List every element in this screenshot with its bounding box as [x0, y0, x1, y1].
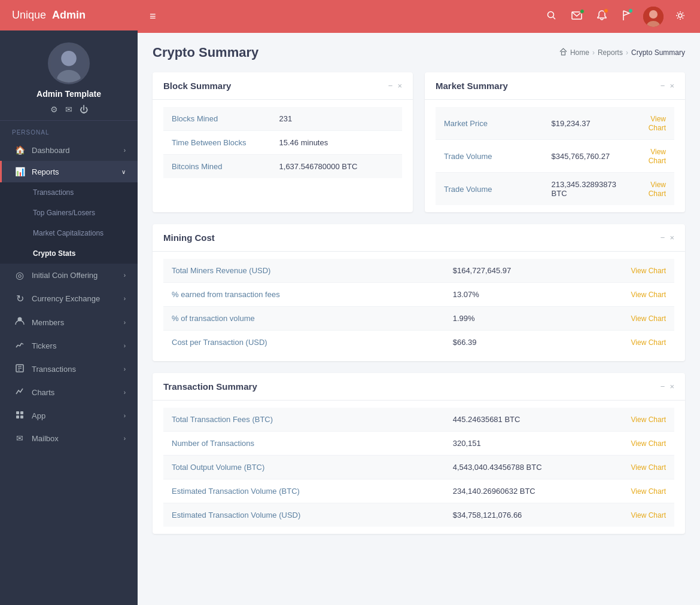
- sub-label-market-cap: Market Capitalizations: [33, 229, 126, 237]
- table-row: Time Between Blocks 15.46 minutes: [163, 131, 402, 155]
- mail-icon[interactable]: ✉: [65, 105, 72, 114]
- hamburger-button[interactable]: ≡: [150, 10, 156, 23]
- transaction-summary-close[interactable]: ×: [669, 383, 674, 390]
- mining-cost-body: Total Miners Revenue (USD) $164,727,645.…: [153, 252, 685, 361]
- bs-value-1: 15.46 minutes: [271, 131, 402, 155]
- user-action-icons: ⚙ ✉ ⏻: [50, 105, 88, 114]
- sidebar-item-reports[interactable]: 📊 Reports ∨: [0, 161, 138, 182]
- sidebar-label-dashboard: Dashboard: [32, 146, 124, 155]
- ts-value-1: 320,151: [445, 432, 599, 456]
- sidebar-item-top-gainers[interactable]: Top Gainers/Losers: [0, 203, 138, 223]
- reports-submenu: Transactions Top Gainers/Losers Market C…: [0, 182, 138, 264]
- svg-rect-15: [20, 415, 23, 418]
- sidebar-item-transactions[interactable]: Transactions ›: [0, 358, 138, 381]
- transaction-summary-minimize[interactable]: −: [661, 383, 665, 390]
- market-summary-header: Market Summary − ×: [425, 72, 685, 100]
- ts-label-3: Estimated Transaction Volume (BTC): [163, 479, 445, 503]
- breadcrumb-reports[interactable]: Reports: [598, 48, 623, 57]
- topbar-avatar[interactable]: [643, 7, 664, 27]
- sub-label-top-gainers: Top Gainers/Losers: [33, 209, 126, 217]
- svg-point-23: [678, 14, 682, 17]
- mc-link-2: View Chart: [580, 307, 674, 331]
- bell-badge: [604, 8, 608, 13]
- ms-label-0: Market Price: [436, 107, 543, 140]
- view-chart-link[interactable]: View Chart: [631, 314, 666, 323]
- sidebar-item-dashboard[interactable]: 🏠 Dashboard ›: [0, 139, 138, 161]
- mining-cost-table: Total Miners Revenue (USD) $164,727,645.…: [163, 259, 674, 354]
- table-row: Total Transaction Fees (BTC) 445.2463568…: [163, 408, 674, 432]
- sidebar-item-tickers[interactable]: Tickers ›: [0, 334, 138, 358]
- mc-label-1: % earned from transaction fees: [163, 283, 445, 307]
- bs-value-0: 231: [271, 107, 402, 131]
- breadcrumb-sep1: ›: [592, 48, 595, 57]
- mail-icon[interactable]: [571, 11, 582, 22]
- view-chart-link[interactable]: View Chart: [631, 267, 666, 275]
- svg-rect-24: [561, 52, 565, 56]
- table-row: Cost per Transaction (USD) $66.39 View C…: [163, 331, 674, 355]
- sidebar-label-members: Members: [32, 318, 124, 327]
- ms-value-2: 213,345.32893873 BTC: [543, 173, 632, 206]
- flag-badge: [628, 8, 633, 13]
- settings-icon[interactable]: ⚙: [50, 105, 58, 114]
- mailbox-icon: ✉: [14, 433, 26, 443]
- sidebar-item-market-cap[interactable]: Market Capitalizations: [0, 223, 138, 243]
- view-chart-link[interactable]: View Chart: [649, 181, 666, 198]
- block-summary-close[interactable]: ×: [397, 82, 402, 90]
- sidebar-label-transactions: Transactions: [32, 365, 124, 374]
- flag-icon[interactable]: [622, 10, 631, 23]
- username: Admin Template: [36, 89, 101, 99]
- sidebar-user: Admin Template ⚙ ✉ ⏻: [0, 30, 138, 121]
- mc-value-1: 13.07%: [445, 283, 581, 307]
- topbar: ≡: [138, 0, 700, 33]
- market-summary-minimize[interactable]: −: [661, 82, 665, 90]
- transactions-icon: [14, 363, 26, 375]
- transaction-summary-title: Transaction Summary: [163, 381, 257, 392]
- sidebar-label-mailbox: Mailbox: [32, 434, 124, 443]
- sidebar-item-transactions-sub[interactable]: Transactions: [0, 182, 138, 203]
- view-chart-link[interactable]: View Chart: [631, 291, 666, 299]
- brand-admin: Admin: [52, 9, 86, 22]
- sidebar-label-charts: Charts: [32, 388, 124, 397]
- charts-icon: [14, 387, 26, 398]
- breadcrumb-home[interactable]: Home: [570, 48, 589, 57]
- sidebar-item-app[interactable]: App ›: [0, 404, 138, 427]
- ts-link-0: View Chart: [599, 408, 674, 432]
- block-summary-minimize[interactable]: −: [388, 82, 393, 90]
- sidebar-item-ico[interactable]: ◎ Initial Coin Offering ›: [0, 264, 138, 287]
- view-chart-link[interactable]: View Chart: [631, 415, 666, 424]
- ts-link-4: View Chart: [599, 503, 674, 527]
- ms-label-2: Trade Volume: [436, 173, 543, 206]
- mining-cost-header: Mining Cost − ×: [153, 224, 685, 252]
- view-chart-link[interactable]: View Chart: [631, 439, 666, 448]
- view-chart-link[interactable]: View Chart: [631, 511, 666, 520]
- gear-icon[interactable]: [675, 11, 685, 23]
- market-summary-card: Market Summary − × Market Price $19,234.…: [425, 72, 685, 212]
- mining-cost-close[interactable]: ×: [669, 234, 674, 242]
- sidebar-item-mailbox[interactable]: ✉ Mailbox ›: [0, 427, 138, 449]
- table-row: Total Miners Revenue (USD) $164,727,645.…: [163, 259, 674, 283]
- ts-label-2: Total Output Volume (BTC): [163, 456, 445, 479]
- view-chart-link[interactable]: View Chart: [649, 115, 666, 132]
- view-chart-link[interactable]: View Chart: [631, 338, 666, 347]
- section-label: PERSONAL: [0, 121, 138, 139]
- sidebar-label-ico: Initial Coin Offering: [32, 271, 124, 280]
- sidebar-item-members[interactable]: Members ›: [0, 310, 138, 334]
- sidebar-label-currency: Currency Exchange: [32, 294, 124, 303]
- bell-icon[interactable]: [597, 10, 607, 23]
- power-icon[interactable]: ⏻: [80, 105, 88, 114]
- mining-cost-actions: − ×: [661, 234, 674, 242]
- sidebar-item-currency[interactable]: ↻ Currency Exchange ›: [0, 287, 138, 310]
- table-row: Market Price $19,234.37 View Chart: [436, 107, 674, 140]
- ts-label-0: Total Transaction Fees (BTC): [163, 408, 445, 432]
- search-icon[interactable]: [547, 11, 556, 23]
- table-row: Estimated Transaction Volume (USD) $34,7…: [163, 503, 674, 527]
- sidebar-item-charts[interactable]: Charts ›: [0, 381, 138, 404]
- view-chart-link[interactable]: View Chart: [631, 487, 666, 496]
- svg-line-6: [20, 343, 22, 346]
- view-chart-link[interactable]: View Chart: [631, 463, 666, 472]
- sidebar-item-crypto-stats[interactable]: Crypto Stats: [0, 243, 138, 264]
- view-chart-link[interactable]: View Chart: [649, 148, 666, 165]
- mining-cost-minimize[interactable]: −: [661, 234, 665, 242]
- chevron-icon-currency: ›: [124, 295, 126, 302]
- market-summary-close[interactable]: ×: [669, 82, 674, 90]
